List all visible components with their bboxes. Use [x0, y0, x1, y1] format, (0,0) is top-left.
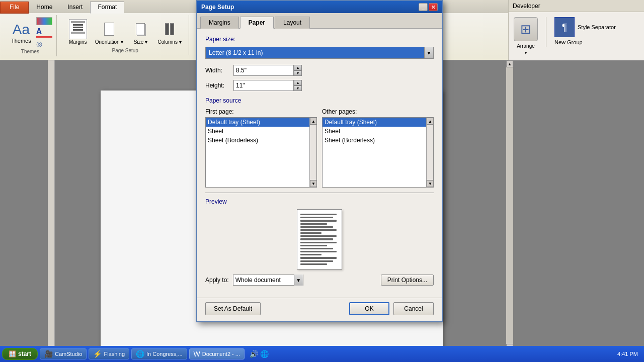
preview-line-11 — [300, 245, 327, 246]
preview-line-3 — [300, 220, 337, 221]
other-pages-item-0[interactable]: Default tray (Sheet) — [323, 118, 426, 127]
other-pages-group: Other pages: Default tray (Sheet) Sheet … — [322, 108, 434, 188]
ok-button[interactable]: OK — [349, 302, 389, 315]
other-pages-scroll-down[interactable]: ▼ — [427, 180, 434, 187]
first-page-item-0[interactable]: Default tray (Sheet) — [206, 118, 309, 127]
preview-line-1 — [300, 214, 337, 215]
dialog-title: Page Setup — [201, 4, 234, 11]
paper-size-value: Letter (8 1/2 x 11 in) — [206, 47, 424, 58]
width-row: Width: 8.5" ▲ ▼ — [205, 65, 434, 76]
preview-line-10 — [300, 242, 337, 243]
other-pages-scroll-track — [427, 125, 433, 180]
preview-line-9 — [300, 238, 333, 240]
preview-line-6 — [300, 229, 337, 231]
paper-source-label: Paper source — [205, 97, 434, 104]
dialog-tab-paper[interactable]: Paper — [240, 17, 274, 29]
dialog-tab-margins[interactable]: Margins — [200, 17, 239, 29]
height-input[interactable]: 11" — [233, 80, 294, 91]
height-spinner: 11" ▲ ▼ — [233, 80, 302, 91]
other-pages-scroll-up[interactable]: ▲ — [427, 118, 434, 125]
page-setup-dialog: Page Setup _ ✕ Margins Paper Layout Pape… — [196, 0, 443, 322]
first-page-listbox[interactable]: Default tray (Sheet) Sheet Sheet (Border… — [205, 117, 317, 188]
first-page-label: First page: — [205, 108, 317, 115]
other-pages-listbox[interactable]: Default tray (Sheet) Sheet Sheet (Border… — [322, 117, 434, 188]
print-options-button[interactable]: Print Options... — [381, 275, 434, 286]
other-pages-items: Default tray (Sheet) Sheet Sheet (Border… — [323, 118, 433, 145]
preview-line-16 — [300, 260, 333, 262]
height-label: Height: — [205, 82, 230, 89]
preview-line-15 — [300, 257, 337, 258]
preview-line-12 — [300, 248, 333, 249]
first-page-items: Default tray (Sheet) Sheet Sheet (Border… — [206, 118, 316, 145]
apply-to-row: Apply to: Whole document ▼ Print Options… — [205, 275, 434, 286]
preview-page — [297, 209, 342, 269]
other-pages-scrollbar[interactable]: ▲ ▼ — [426, 118, 433, 187]
first-page-scrollbar[interactable]: ▲ ▼ — [309, 118, 316, 187]
dialog-body: Paper size: Letter (8 1/2 x 11 in) ▼ Wid… — [197, 29, 442, 298]
dialog-close-btn[interactable]: ✕ — [429, 3, 438, 11]
width-down-btn[interactable]: ▼ — [294, 70, 302, 76]
first-page-item-2[interactable]: Sheet (Borderless) — [206, 136, 309, 145]
preview-line-13 — [300, 251, 337, 252]
first-page-scroll-track — [310, 125, 316, 180]
preview-line-17 — [300, 263, 327, 265]
preview-section: Preview — [205, 193, 434, 269]
first-page-group: First page: Default tray (Sheet) Sheet S… — [205, 108, 317, 188]
set-as-default-button[interactable]: Set As Default — [205, 302, 261, 315]
cancel-button[interactable]: Cancel — [393, 302, 434, 315]
preview-line-14 — [300, 254, 321, 255]
preview-line-2 — [300, 217, 333, 218]
preview-line-7 — [300, 232, 321, 234]
paper-size-row: Letter (8 1/2 x 11 in) ▼ — [205, 47, 434, 59]
preview-line-8 — [300, 235, 337, 237]
apply-to-arrow[interactable]: ▼ — [294, 275, 303, 286]
dialog-tab-bar: Margins Paper Layout — [197, 13, 442, 29]
width-spinner: 8.5" ▲ ▼ — [233, 65, 302, 76]
height-row: Height: 11" ▲ ▼ — [205, 80, 434, 91]
apply-to-label: Apply to: — [205, 277, 229, 284]
height-down-btn[interactable]: ▼ — [294, 85, 302, 91]
apply-to-value: Whole document — [233, 277, 294, 284]
paper-source-container: First page: Default tray (Sheet) Sheet S… — [205, 108, 434, 188]
ok-cancel-buttons: OK Cancel — [349, 302, 434, 315]
height-spinners: ▲ ▼ — [294, 80, 302, 91]
first-page-scroll-down[interactable]: ▼ — [310, 180, 317, 187]
other-pages-label: Other pages: — [322, 108, 434, 115]
paper-source-section: Paper source First page: Default tray (S… — [205, 97, 434, 188]
dialog-overlay: Page Setup _ ✕ Margins Paper Layout Pape… — [0, 0, 644, 362]
first-page-scroll-up[interactable]: ▲ — [310, 118, 317, 125]
apply-to-combo[interactable]: Whole document ▼ — [233, 275, 303, 286]
preview-label: Preview — [205, 198, 434, 205]
width-input[interactable]: 8.5" — [233, 65, 294, 76]
height-up-btn[interactable]: ▲ — [294, 80, 302, 85]
paper-size-arrow[interactable]: ▼ — [424, 47, 433, 58]
dialog-window-controls: _ ✕ — [419, 3, 438, 11]
other-pages-item-1[interactable]: Sheet — [323, 127, 426, 136]
other-pages-item-2[interactable]: Sheet (Borderless) — [323, 136, 426, 145]
dialog-minimize-btn[interactable]: _ — [419, 3, 428, 11]
dialog-tab-layout[interactable]: Layout — [275, 17, 310, 29]
width-up-btn[interactable]: ▲ — [294, 65, 302, 70]
paper-size-section-label: Paper size: — [205, 36, 434, 43]
dialog-footer: Set As Default OK Cancel — [197, 298, 442, 321]
first-page-item-1[interactable]: Sheet — [206, 127, 309, 136]
paper-size-combo[interactable]: Letter (8 1/2 x 11 in) ▼ — [205, 47, 434, 59]
preview-line-5 — [300, 226, 333, 228]
preview-line-4 — [300, 223, 327, 225]
dialog-titlebar: Page Setup _ ✕ — [197, 1, 442, 13]
width-label: Width: — [205, 67, 230, 74]
width-spinners: ▲ ▼ — [294, 65, 302, 76]
